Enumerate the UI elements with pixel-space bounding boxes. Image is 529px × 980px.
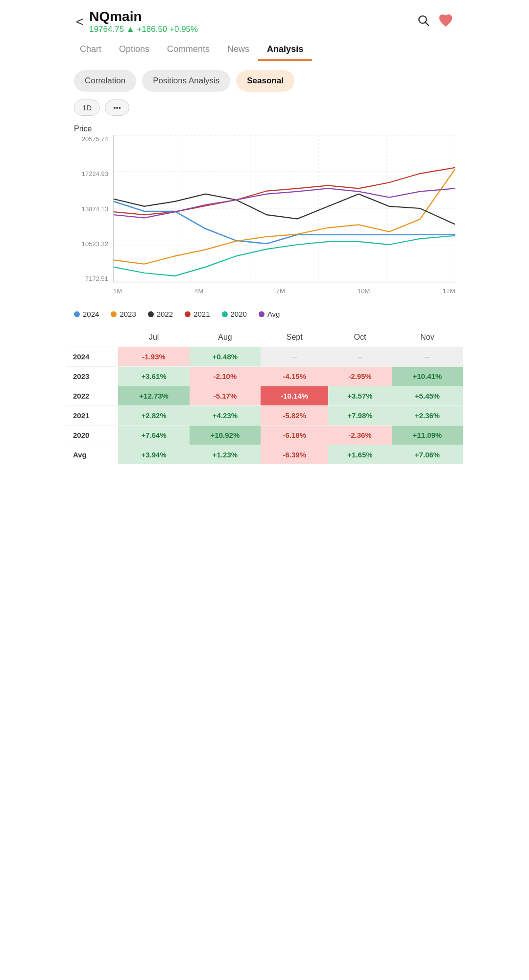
table-cell-0-2: -- [261,347,328,367]
x-label-10m: 10M [358,287,370,295]
chart-wrapper: 20575.74 17224.93 13874.13 10523.32 7172… [74,135,455,302]
row-label-2022: 2022 [66,386,118,406]
col-header-empty [66,328,118,347]
subtab-positions-analysis[interactable]: Positions Analysis [142,70,230,92]
y-label-2: 17224.93 [74,170,111,177]
table-cell-5-0: +3.94% [118,445,189,465]
ticker-price: 19764.75 ▲ +186.50 +0.95% [89,25,198,34]
col-header-jul: Jul [118,328,189,347]
table-cell-0-3: -- [328,347,391,367]
legend-label-2023: 2023 [120,310,136,318]
legend-dot-avg [259,311,264,317]
legend-dot-2022 [148,311,154,317]
svg-line-1 [426,23,429,25]
table-cell-1-1: -2.10% [190,367,261,386]
table-cell-2-1: -5.17% [190,386,261,406]
header: < NQmain 19764.75 ▲ +186.50 +0.95% [66,0,463,39]
table-cell-3-4: +2.36% [392,406,463,426]
tab-news[interactable]: News [218,39,258,61]
table-cell-4-0: +7.64% [118,426,189,445]
legend-dot-2020 [222,311,228,317]
col-header-nov: Nov [392,328,463,347]
table-row: Avg+3.94%+1.23%-6.39%+1.65%+7.06% [66,445,463,465]
table-cell-5-2: -6.39% [261,445,328,465]
legend-label-2020: 2020 [231,310,247,318]
table-cell-1-3: -2.95% [328,367,391,386]
header-icons [417,13,453,30]
legend-2023: 2023 [111,310,136,318]
legend-dot-2024 [74,311,80,317]
y-label-5: 7172.51 [74,275,111,282]
tab-analysis[interactable]: Analysis [258,39,312,61]
table-cell-4-2: -6.18% [261,426,328,445]
seasonal-data-table: Jul Aug Sept Oct Nov 2024-1.93%+0.48%---… [66,328,463,464]
subtab-seasonal[interactable]: Seasonal [236,70,294,92]
x-label-1m: 1M [113,287,122,295]
table-row: 2020+7.64%+10.92%-6.18%-2.36%+11.09% [66,426,463,445]
subtab-correlation[interactable]: Correlation [74,70,136,92]
table-cell-5-1: +1.23% [190,445,261,465]
table-cell-0-0: -1.93% [118,347,189,367]
table-row: 2021+2.82%+4.23%-5.82%+7.98%+2.36% [66,406,463,426]
table-cell-0-1: +0.48% [190,347,261,367]
chart-legend: 2024 2023 2022 2021 2020 Avg [66,302,463,323]
legend-label-avg: Avg [267,310,280,318]
table-cell-5-4: +7.06% [392,445,463,465]
table-header-row: Jul Aug Sept Oct Nov [66,328,463,347]
table-cell-1-0: +3.61% [118,367,189,386]
y-label-3: 13874.13 [74,205,111,213]
time-more-button[interactable]: ••• [105,100,129,116]
col-header-sept: Sept [261,328,328,347]
table-row: 2023+3.61%-2.10%-4.15%-2.95%+10.41% [66,367,463,386]
table-cell-4-1: +10.92% [190,426,261,445]
row-label-2020: 2020 [66,426,118,445]
search-button[interactable] [417,14,430,29]
chart-svg-area [113,135,455,282]
x-label-4m: 4M [194,287,203,295]
table-cell-4-3: -2.36% [328,426,391,445]
legend-label-2021: 2021 [193,310,210,318]
time-controls: 1D ••• [66,97,463,120]
row-label-2021: 2021 [66,406,118,426]
price-arrow: ▲ [126,25,135,34]
tab-options[interactable]: Options [110,39,158,61]
tab-chart[interactable]: Chart [71,39,110,61]
legend-dot-2021 [185,311,191,317]
chart-y-labels: 20575.74 17224.93 13874.13 10523.32 7172… [74,135,111,282]
y-label-1: 20575.74 [74,135,111,143]
price-value: 19764.75 [89,25,124,34]
table-cell-1-4: +10.41% [392,367,463,386]
row-label-avg: Avg [66,445,118,465]
seasonal-table: Jul Aug Sept Oct Nov 2024-1.93%+0.48%---… [66,323,463,464]
back-button[interactable]: < [76,14,83,29]
price-pct: +0.95% [169,25,198,34]
tab-comments[interactable]: Comments [158,39,218,61]
chart-container: Price 20575.74 17224.93 13874.13 10523.3… [66,120,463,302]
table-row: 2024-1.93%+0.48%------ [66,347,463,367]
header-left: < NQmain 19764.75 ▲ +186.50 +0.95% [76,9,198,34]
time-1d-button[interactable]: 1D [74,100,100,116]
table-cell-0-4: -- [392,347,463,367]
row-label-2024: 2024 [66,347,118,367]
col-header-aug: Aug [190,328,261,347]
x-label-7m: 7M [276,287,285,295]
table-cell-2-0: +12.73% [118,386,189,406]
chart-x-labels: 1M 4M 7M 10M 12M [113,284,455,302]
x-label-12m: 12M [443,287,455,295]
legend-avg: Avg [259,310,280,318]
table-cell-4-4: +11.09% [392,426,463,445]
table-cell-2-2: -10.14% [261,386,328,406]
favorite-button[interactable] [438,13,453,30]
legend-label-2024: 2024 [83,310,99,318]
price-change: +186.50 [137,25,167,34]
table-cell-3-0: +2.82% [118,406,189,426]
table-row: 2022+12.73%-5.17%-10.14%+3.57%+5.45% [66,386,463,406]
row-label-2023: 2023 [66,367,118,386]
table-cell-2-4: +5.45% [392,386,463,406]
col-header-oct: Oct [328,328,391,347]
nav-tabs: Chart Options Comments News Analysis [66,39,463,61]
table-cell-3-3: +7.98% [328,406,391,426]
ticker-name: NQmain [89,9,198,25]
legend-2022: 2022 [148,310,173,318]
legend-2024: 2024 [74,310,99,318]
